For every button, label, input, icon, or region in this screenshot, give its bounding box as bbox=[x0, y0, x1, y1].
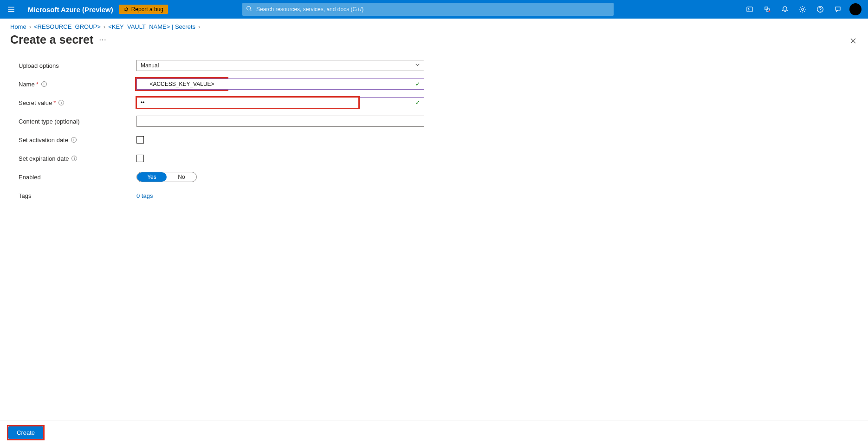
notifications-button[interactable] bbox=[776, 0, 794, 19]
secret-value-input[interactable] bbox=[141, 99, 420, 106]
top-header: Microsoft Azure (Preview) Report a bug bbox=[0, 0, 868, 19]
help-button[interactable] bbox=[811, 0, 829, 19]
info-icon[interactable]: i bbox=[58, 100, 64, 105]
close-icon bbox=[849, 37, 857, 45]
activation-label-wrap: Set activation date i bbox=[19, 137, 136, 144]
feedback-icon bbox=[834, 6, 842, 13]
enabled-yes: Yes bbox=[137, 172, 167, 182]
content-type-input-wrap bbox=[136, 116, 424, 127]
create-button[interactable]: Create bbox=[8, 426, 43, 439]
content-type-label: Content type (optional) bbox=[19, 118, 136, 125]
help-icon bbox=[816, 6, 824, 13]
create-secret-form: Upload options Manual Name i ✓ Secret va… bbox=[0, 51, 868, 213]
upload-options-label: Upload options bbox=[19, 62, 136, 69]
report-bug-label: Report a bug bbox=[131, 6, 163, 13]
chevron-right-icon: › bbox=[104, 23, 105, 30]
directories-icon bbox=[764, 6, 771, 13]
enabled-label: Enabled bbox=[19, 174, 136, 181]
svg-rect-2 bbox=[747, 7, 752, 12]
activation-label: Set activation date bbox=[19, 137, 68, 144]
chevron-right-icon: › bbox=[29, 23, 31, 30]
close-blade-button[interactable] bbox=[849, 37, 857, 46]
feedback-button[interactable] bbox=[829, 0, 847, 19]
expiration-label-wrap: Set expiration date i bbox=[19, 155, 136, 162]
tags-label: Tags bbox=[19, 192, 136, 199]
name-input-tail: ✓ bbox=[227, 79, 424, 90]
cloud-shell-button[interactable] bbox=[741, 0, 758, 19]
user-avatar[interactable] bbox=[849, 3, 862, 15]
svg-point-1 bbox=[247, 7, 251, 10]
search-wrapper bbox=[242, 3, 614, 16]
enabled-toggle[interactable]: Yes No bbox=[136, 172, 197, 182]
info-icon[interactable]: i bbox=[41, 81, 47, 87]
hamburger-menu-button[interactable] bbox=[0, 5, 22, 13]
upload-options-value: Manual bbox=[141, 62, 159, 69]
gear-icon bbox=[799, 6, 806, 13]
search-icon bbox=[246, 6, 252, 13]
secret-value-input-wrap: ✓ bbox=[136, 97, 424, 108]
chevron-down-icon bbox=[415, 62, 420, 69]
chevron-right-icon: › bbox=[198, 23, 200, 30]
expiration-checkbox[interactable] bbox=[136, 155, 144, 162]
secret-value-label: Secret value bbox=[19, 99, 56, 106]
expiration-label: Set expiration date bbox=[19, 155, 69, 162]
name-label: Name bbox=[19, 81, 39, 88]
svg-point-0 bbox=[125, 8, 128, 11]
name-input-highlight bbox=[136, 79, 227, 90]
upload-options-select[interactable]: Manual bbox=[136, 60, 424, 71]
bug-icon bbox=[123, 7, 129, 12]
page-title: Create a secret bbox=[10, 33, 93, 46]
search-input[interactable] bbox=[242, 3, 614, 16]
hamburger-icon bbox=[7, 5, 15, 13]
breadcrumb-resource-group[interactable]: <RESOURCE_GROUP> bbox=[34, 23, 101, 30]
breadcrumb-keyvault-secrets[interactable]: <KEY_VAULT_NAME> | Secrets bbox=[108, 23, 195, 30]
activation-checkbox[interactable] bbox=[136, 136, 144, 144]
secret-value-label-wrap: Secret value i bbox=[19, 99, 136, 106]
breadcrumb: Home › <RESOURCE_GROUP> › <KEY_VAULT_NAM… bbox=[0, 19, 868, 32]
brand-label[interactable]: Microsoft Azure (Preview) bbox=[22, 6, 119, 13]
name-input[interactable] bbox=[141, 81, 223, 87]
check-icon: ✓ bbox=[415, 81, 420, 87]
name-label-wrap: Name i bbox=[19, 81, 136, 88]
bell-icon bbox=[781, 6, 789, 13]
content-type-input[interactable] bbox=[141, 118, 420, 124]
footer-bar: Create bbox=[0, 420, 868, 445]
breadcrumb-home[interactable]: Home bbox=[10, 23, 26, 30]
create-button-highlight: Create bbox=[8, 426, 43, 439]
more-actions-button[interactable]: ⋯ bbox=[99, 35, 107, 44]
enabled-no: No bbox=[167, 172, 196, 182]
header-icon-group bbox=[741, 0, 868, 19]
tags-link[interactable]: 0 tags bbox=[136, 192, 153, 199]
svg-point-4 bbox=[802, 8, 804, 11]
page-title-row: Create a secret ⋯ bbox=[0, 32, 868, 51]
directories-button[interactable] bbox=[758, 0, 776, 19]
info-icon[interactable]: i bbox=[71, 156, 77, 161]
check-icon: ✓ bbox=[415, 99, 420, 106]
svg-point-3 bbox=[769, 11, 771, 13]
info-icon[interactable]: i bbox=[71, 137, 77, 143]
settings-button[interactable] bbox=[794, 0, 811, 19]
cloud-shell-icon bbox=[746, 6, 753, 13]
report-bug-button[interactable]: Report a bug bbox=[119, 5, 168, 14]
